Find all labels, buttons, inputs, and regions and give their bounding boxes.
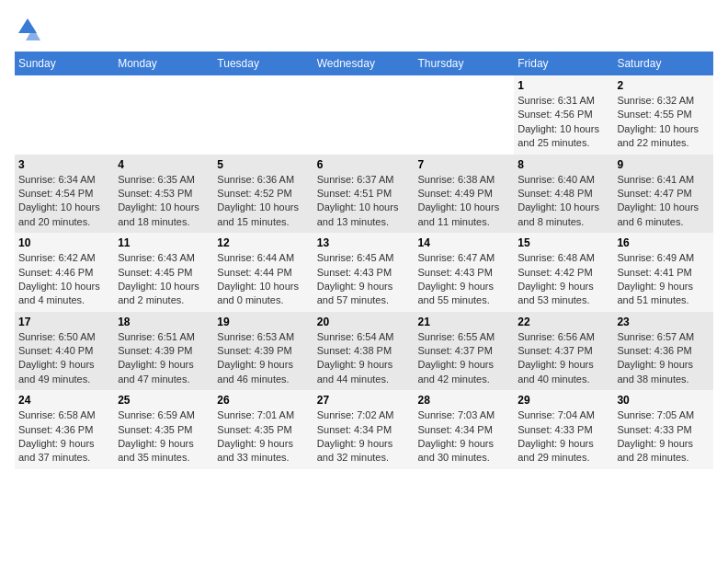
day-number: 21 [417,316,510,328]
day-number: 6 [317,158,411,171]
day-info: Sunrise: 6:59 AM Sunset: 4:35 PM Dayligh… [118,408,210,465]
day-cell: 14Sunrise: 6:47 AM Sunset: 4:43 PM Dayli… [414,233,514,312]
day-info: Sunrise: 6:38 AM Sunset: 4:49 PM Dayligh… [417,173,510,230]
day-info: Sunrise: 6:50 AM Sunset: 4:40 PM Dayligh… [18,330,110,387]
week-row-4: 17Sunrise: 6:50 AM Sunset: 4:40 PM Dayli… [15,312,713,391]
day-number: 20 [317,316,411,328]
day-cell: 2Sunrise: 6:32 AM Sunset: 4:55 PM Daylig… [613,75,713,155]
day-number: 23 [617,316,710,328]
day-number: 2 [617,79,710,92]
day-number: 1 [518,79,609,92]
day-cell: 25Sunrise: 6:59 AM Sunset: 4:35 PM Dayli… [114,390,213,469]
day-number: 12 [217,236,309,249]
day-number: 15 [518,236,609,249]
day-info: Sunrise: 6:47 AM Sunset: 4:43 PM Dayligh… [417,251,510,308]
day-number: 27 [317,394,411,407]
day-cell: 5Sunrise: 6:36 AM Sunset: 4:52 PM Daylig… [213,155,313,234]
day-info: Sunrise: 6:56 AM Sunset: 4:37 PM Dayligh… [518,330,609,387]
days-header-row: SundayMondayTuesdayWednesdayThursdayFrid… [15,52,713,75]
day-cell: 27Sunrise: 7:02 AM Sunset: 4:34 PM Dayli… [313,390,415,469]
day-info: Sunrise: 6:43 AM Sunset: 4:45 PM Dayligh… [118,251,210,308]
day-info: Sunrise: 6:35 AM Sunset: 4:53 PM Dayligh… [118,173,210,230]
day-number: 22 [518,316,609,328]
day-number: 16 [617,236,710,249]
week-row-3: 10Sunrise: 6:42 AM Sunset: 4:46 PM Dayli… [15,233,713,312]
day-cell: 24Sunrise: 6:58 AM Sunset: 4:36 PM Dayli… [15,390,114,469]
day-cell [213,75,313,155]
day-number: 14 [417,236,510,249]
day-cell: 17Sunrise: 6:50 AM Sunset: 4:40 PM Dayli… [15,312,114,391]
day-cell: 28Sunrise: 7:03 AM Sunset: 4:34 PM Dayli… [414,390,514,469]
day-info: Sunrise: 6:45 AM Sunset: 4:43 PM Dayligh… [317,251,411,308]
day-cell: 6Sunrise: 6:37 AM Sunset: 4:51 PM Daylig… [313,155,415,234]
day-info: Sunrise: 6:31 AM Sunset: 4:56 PM Dayligh… [518,94,609,151]
day-info: Sunrise: 7:03 AM Sunset: 4:34 PM Dayligh… [417,408,510,465]
day-number: 25 [118,394,210,407]
day-info: Sunrise: 6:32 AM Sunset: 4:55 PM Dayligh… [617,94,710,151]
header-monday: Monday [114,52,213,75]
day-info: Sunrise: 6:37 AM Sunset: 4:51 PM Dayligh… [317,173,411,230]
day-number: 18 [118,316,210,328]
day-number: 7 [417,158,510,171]
header-friday: Friday [514,52,613,75]
day-cell: 12Sunrise: 6:44 AM Sunset: 4:44 PM Dayli… [213,233,313,312]
day-cell: 21Sunrise: 6:55 AM Sunset: 4:37 PM Dayli… [414,312,514,391]
day-info: Sunrise: 6:57 AM Sunset: 4:36 PM Dayligh… [617,330,710,387]
day-info: Sunrise: 6:44 AM Sunset: 4:44 PM Dayligh… [217,251,309,308]
day-cell: 4Sunrise: 6:35 AM Sunset: 4:53 PM Daylig… [114,155,213,234]
day-number: 13 [317,236,411,249]
day-info: Sunrise: 6:42 AM Sunset: 4:46 PM Dayligh… [18,251,110,308]
day-info: Sunrise: 6:40 AM Sunset: 4:48 PM Dayligh… [518,173,609,230]
day-info: Sunrise: 7:05 AM Sunset: 4:33 PM Dayligh… [617,408,710,465]
day-info: Sunrise: 6:51 AM Sunset: 4:39 PM Dayligh… [118,330,210,387]
day-info: Sunrise: 7:01 AM Sunset: 4:35 PM Dayligh… [217,408,309,465]
week-row-1: 1Sunrise: 6:31 AM Sunset: 4:56 PM Daylig… [15,75,713,155]
day-cell: 16Sunrise: 6:49 AM Sunset: 4:41 PM Dayli… [613,233,713,312]
day-cell: 15Sunrise: 6:48 AM Sunset: 4:42 PM Dayli… [514,233,613,312]
header-saturday: Saturday [613,52,713,75]
day-info: Sunrise: 6:55 AM Sunset: 4:37 PM Dayligh… [417,330,510,387]
header-thursday: Thursday [414,52,514,75]
day-number: 29 [518,394,609,407]
day-number: 28 [417,394,510,407]
day-number: 10 [18,236,110,249]
day-number: 8 [518,158,609,171]
header-tuesday: Tuesday [213,52,313,75]
day-number: 4 [118,158,210,171]
day-number: 17 [18,316,110,328]
day-number: 9 [617,158,710,171]
day-cell: 26Sunrise: 7:01 AM Sunset: 4:35 PM Dayli… [213,390,313,469]
day-cell: 3Sunrise: 6:34 AM Sunset: 4:54 PM Daylig… [15,155,114,234]
day-info: Sunrise: 6:36 AM Sunset: 4:52 PM Dayligh… [217,173,309,230]
day-number: 11 [118,236,210,249]
day-info: Sunrise: 6:48 AM Sunset: 4:42 PM Dayligh… [518,251,609,308]
day-info: Sunrise: 6:49 AM Sunset: 4:41 PM Dayligh… [617,251,710,308]
day-info: Sunrise: 6:53 AM Sunset: 4:39 PM Dayligh… [217,330,309,387]
logo-icon [15,15,40,40]
day-cell: 18Sunrise: 6:51 AM Sunset: 4:39 PM Dayli… [114,312,213,391]
day-cell: 23Sunrise: 6:57 AM Sunset: 4:36 PM Dayli… [613,312,713,391]
header [15,15,713,40]
day-cell [114,75,213,155]
day-info: Sunrise: 6:34 AM Sunset: 4:54 PM Dayligh… [18,173,110,230]
day-cell: 1Sunrise: 6:31 AM Sunset: 4:56 PM Daylig… [514,75,613,155]
day-info: Sunrise: 6:41 AM Sunset: 4:47 PM Dayligh… [617,173,710,230]
day-info: Sunrise: 6:58 AM Sunset: 4:36 PM Dayligh… [18,408,110,465]
day-info: Sunrise: 6:54 AM Sunset: 4:38 PM Dayligh… [317,330,411,387]
day-cell: 30Sunrise: 7:05 AM Sunset: 4:33 PM Dayli… [613,390,713,469]
day-cell: 13Sunrise: 6:45 AM Sunset: 4:43 PM Dayli… [313,233,415,312]
day-cell: 29Sunrise: 7:04 AM Sunset: 4:33 PM Dayli… [514,390,613,469]
logo [15,15,44,40]
day-cell [414,75,514,155]
day-cell: 11Sunrise: 6:43 AM Sunset: 4:45 PM Dayli… [114,233,213,312]
day-number: 24 [18,394,110,407]
day-cell: 7Sunrise: 6:38 AM Sunset: 4:49 PM Daylig… [414,155,514,234]
header-sunday: Sunday [15,52,114,75]
day-cell: 9Sunrise: 6:41 AM Sunset: 4:47 PM Daylig… [613,155,713,234]
day-cell: 22Sunrise: 6:56 AM Sunset: 4:37 PM Dayli… [514,312,613,391]
header-wednesday: Wednesday [313,52,415,75]
day-cell [15,75,114,155]
day-number: 26 [217,394,309,407]
week-row-5: 24Sunrise: 6:58 AM Sunset: 4:36 PM Dayli… [15,390,713,469]
calendar-table: SundayMondayTuesdayWednesdayThursdayFrid… [15,52,713,469]
